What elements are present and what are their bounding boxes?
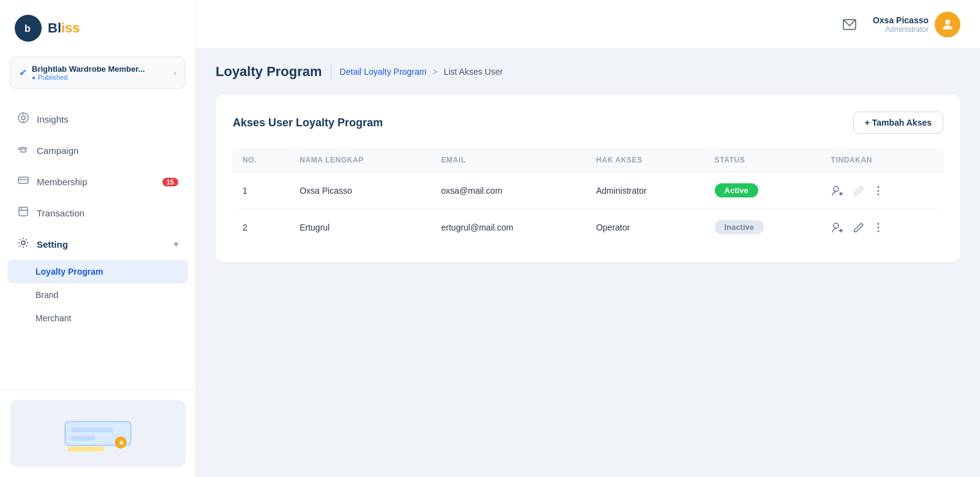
main-content: Oxsa Picasso Administrator Loyalty Progr… <box>196 0 980 477</box>
workspace-selector[interactable]: ✔ Brightlab Wardrobe Member... ● Publish… <box>10 56 186 89</box>
svg-point-13 <box>21 241 25 245</box>
svg-rect-19 <box>68 446 104 451</box>
membership-icon <box>17 174 29 189</box>
svg-point-28 <box>877 226 879 228</box>
header-right: Oxsa Picasso Administrator <box>839 12 960 37</box>
sidebar-sub-item-brand[interactable]: Brand <box>0 283 195 307</box>
sidebar-item-transaction-label: Transaction <box>37 208 85 218</box>
sidebar: b Bliss ✔ Brightlab Wardrobe Member... ●… <box>0 0 196 477</box>
tambah-akses-button[interactable]: + Tambah Akses <box>853 112 943 134</box>
more-options-icon[interactable] <box>873 222 884 233</box>
cell-nama: Oxsa Picasso <box>290 172 431 209</box>
table-header-row: NO. NAMA LENGKAP EMAIL HAK AKSES STATUS … <box>233 148 943 172</box>
assign-user-icon[interactable] <box>831 221 845 234</box>
chevron-down-icon: ▾ <box>174 240 178 249</box>
col-hak: HAK AKSES <box>586 148 704 172</box>
sidebar-sub-item-brand-label: Brand <box>36 290 58 300</box>
svg-point-29 <box>877 230 879 232</box>
cell-nama: Ertugrul <box>290 209 431 246</box>
breadcrumb-link[interactable]: Detail Loyalty Program <box>340 67 427 77</box>
svg-point-21 <box>945 20 950 25</box>
sidebar-item-campaign-label: Campaign <box>37 145 78 156</box>
svg-point-24 <box>877 189 879 191</box>
promo-illustration: ★ <box>55 410 141 457</box>
cell-status: Inactive <box>705 209 821 246</box>
col-email: EMAIL <box>431 148 586 172</box>
cell-hak-akses: Operator <box>586 209 704 246</box>
svg-rect-10 <box>19 207 28 216</box>
table-body: 1 Oxsa Picasso oxsa@mail.com Administrat… <box>233 172 943 246</box>
mail-button[interactable] <box>839 13 861 36</box>
sidebar-sub-item-merchant-label: Merchant <box>36 313 71 323</box>
table-row: 1 Oxsa Picasso oxsa@mail.com Administrat… <box>233 172 943 209</box>
sidebar-nav: Insights Campaign Membership 15 Transact… <box>0 99 195 389</box>
setting-icon <box>17 237 29 252</box>
svg-point-27 <box>877 223 879 224</box>
cell-email: oxsa@mail.com <box>431 172 586 209</box>
campaign-icon <box>17 143 29 158</box>
workspace-status: ● Published <box>32 74 145 81</box>
svg-point-22 <box>834 186 839 191</box>
cell-no: 1 <box>233 172 290 209</box>
cell-status: Active <box>705 172 821 209</box>
user-access-table: NO. NAMA LENGKAP EMAIL HAK AKSES STATUS … <box>233 148 943 245</box>
page-title: Loyalty Program <box>216 64 322 80</box>
svg-text:★: ★ <box>118 438 125 446</box>
sidebar-item-campaign[interactable]: Campaign <box>0 135 195 166</box>
svg-rect-7 <box>21 149 26 152</box>
col-tindakan: TINDAKAN <box>821 148 943 172</box>
svg-point-3 <box>21 116 25 120</box>
cell-tindakan <box>821 172 943 209</box>
assign-user-icon[interactable] <box>831 185 845 197</box>
col-nama: NAMA LENGKAP <box>290 148 431 172</box>
user-role: Administrator <box>873 25 929 34</box>
col-status: STATUS <box>705 148 821 172</box>
sidebar-item-membership-label: Membership <box>37 177 88 187</box>
sidebar-sub-item-loyalty-label: Loyalty Program <box>36 267 103 277</box>
table-card: Akses User Loyalty Program + Tambah Akse… <box>216 94 960 262</box>
table-title: Akses User Loyalty Program <box>233 116 383 129</box>
sidebar-item-transaction[interactable]: Transaction <box>0 197 195 229</box>
status-badge: Active <box>715 183 758 197</box>
svg-point-23 <box>877 186 879 188</box>
transaction-icon <box>17 205 29 221</box>
logo-icon: b <box>15 15 42 42</box>
svg-text:b: b <box>24 23 31 34</box>
sidebar-promo-card: ★ <box>10 400 186 467</box>
col-no: NO. <box>233 148 290 172</box>
svg-point-6 <box>18 148 20 150</box>
avatar[interactable] <box>935 12 960 37</box>
sidebar-item-insights-label: Insights <box>37 114 69 124</box>
cell-no: 2 <box>233 209 290 246</box>
logo-area: b Bliss <box>0 0 195 52</box>
edit-icon[interactable] <box>853 222 864 233</box>
sidebar-item-insights[interactable]: Insights <box>0 104 195 135</box>
sidebar-item-setting-label: Setting <box>37 239 68 250</box>
svg-rect-16 <box>71 436 95 441</box>
breadcrumb-separator <box>331 64 331 79</box>
more-options-icon[interactable] <box>873 185 884 196</box>
status-badge: Inactive <box>715 220 764 234</box>
table-header: Akses User Loyalty Program + Tambah Akse… <box>233 112 943 134</box>
breadcrumb-current: List Akses User <box>443 67 502 77</box>
svg-point-26 <box>834 223 839 228</box>
user-name: Oxsa Picasso <box>873 15 929 25</box>
insights-icon <box>17 112 29 127</box>
sidebar-sub-item-merchant[interactable]: Merchant <box>0 307 195 330</box>
sidebar-sub-item-loyalty-program[interactable]: Loyalty Program <box>7 260 188 283</box>
svg-point-25 <box>877 193 879 195</box>
sidebar-item-setting[interactable]: Setting ▾ <box>0 229 195 260</box>
user-info-area: Oxsa Picasso Administrator <box>873 12 960 37</box>
svg-rect-15 <box>71 427 113 432</box>
sidebar-item-membership[interactable]: Membership 15 <box>0 166 195 197</box>
table-row: 2 Ertugrul ertugrul@mail.com Operator In… <box>233 209 943 246</box>
workspace-arrow-icon: › <box>173 68 176 78</box>
logo-text: Bliss <box>48 20 80 36</box>
cell-email: ertugrul@mail.com <box>431 209 586 246</box>
breadcrumb: Loyalty Program Detail Loyalty Program >… <box>216 64 960 80</box>
edit-icon[interactable] <box>853 185 864 196</box>
breadcrumb-arrow-icon: > <box>432 67 437 77</box>
svg-rect-8 <box>18 177 28 183</box>
membership-badge: 15 <box>162 178 178 186</box>
cell-tindakan <box>821 209 943 246</box>
